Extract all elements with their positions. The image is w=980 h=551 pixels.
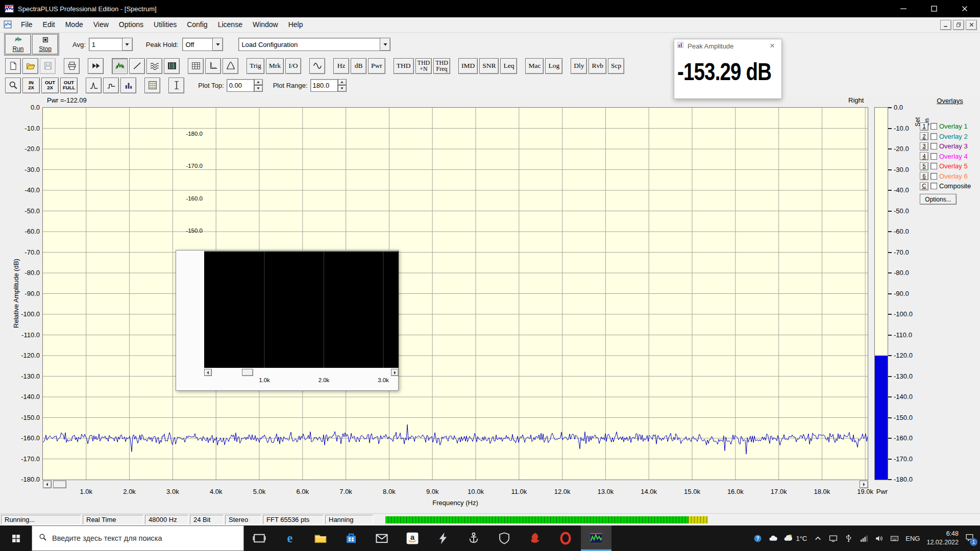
menu-item-file[interactable]: File xyxy=(16,17,38,32)
overlay-set-button-4[interactable]: 4 xyxy=(920,152,928,160)
toolbar-button-data-table[interactable] xyxy=(188,58,204,74)
taskbar-search[interactable] xyxy=(32,525,244,551)
taskbar-app-mail[interactable] xyxy=(366,525,397,551)
overlay-set-button-6[interactable]: 6 xyxy=(920,172,928,180)
overlay-set-button-c[interactable]: C xyxy=(920,182,928,190)
toolbar-button-mrk[interactable]: Mrk xyxy=(266,58,284,74)
plot-range-up-button[interactable] xyxy=(338,79,347,86)
stop-button[interactable]: Stop xyxy=(32,34,58,55)
load-configuration-dropdown[interactable]: Load Configuration xyxy=(238,38,390,51)
mdi-restore-button[interactable] xyxy=(953,20,964,30)
toolbar-button-dly[interactable]: Dly xyxy=(571,58,587,74)
zoom-button-bar-plot[interactable] xyxy=(120,78,136,93)
plot-range-value[interactable]: 180.0 xyxy=(310,79,338,92)
zoom-button-zoom-out-2x[interactable]: OUT2X xyxy=(41,78,59,93)
overlay-set-button-2[interactable]: 2 xyxy=(920,132,928,140)
zoom-button-peak-curve[interactable] xyxy=(86,78,102,93)
menu-item-utilities[interactable]: Utilities xyxy=(149,17,182,32)
taskbar-app-dragon[interactable] xyxy=(520,525,550,551)
toolbar-button-snr[interactable]: SNR xyxy=(479,58,499,74)
weather-widget[interactable]: 1°C xyxy=(784,533,807,544)
scroll-left-button[interactable] xyxy=(43,481,52,488)
inset-scroll-left-button[interactable] xyxy=(204,369,212,376)
mdi-minimize-button[interactable] xyxy=(940,20,951,30)
zoom-button-grid-options[interactable] xyxy=(144,78,160,93)
start-button[interactable] xyxy=(0,525,32,551)
spectrum-plot[interactable] xyxy=(42,107,868,480)
toolbar-button-spectrum-view[interactable] xyxy=(112,58,128,74)
taskbar-app-amazon[interactable]: a xyxy=(397,525,428,551)
taskbar-app-tanks[interactable] xyxy=(489,525,520,551)
toolbar-button-thd[interactable]: THD xyxy=(394,58,414,74)
usb-icon[interactable] xyxy=(844,534,853,543)
toolbar-button-print[interactable] xyxy=(64,58,80,74)
document-icon[interactable] xyxy=(4,20,13,30)
plot-top-input[interactable]: 0.00 xyxy=(227,79,263,92)
toolbar-button-io[interactable]: I/O xyxy=(285,58,301,74)
taskbar-app-task-view[interactable] xyxy=(244,525,275,551)
taskbar-app-store[interactable] xyxy=(336,525,366,551)
close-icon[interactable]: × xyxy=(766,40,778,52)
touch-keyboard-icon[interactable] xyxy=(890,534,899,543)
toolbar-button-open-file[interactable] xyxy=(22,58,38,74)
taskbar-app-file-explorer[interactable] xyxy=(305,525,336,551)
maximize-button[interactable] xyxy=(919,0,949,17)
taskbar-app-opera[interactable] xyxy=(550,525,581,551)
overlay-checkbox-6[interactable] xyxy=(930,173,937,180)
menu-item-config[interactable]: Config xyxy=(182,17,212,32)
menu-item-license[interactable]: License xyxy=(213,17,248,32)
plot-range-input[interactable]: 180.0 xyxy=(310,79,347,92)
titlebar[interactable]: SpectraPLUS Professional Edition - [Spec… xyxy=(0,0,980,17)
chevron-down-icon[interactable] xyxy=(380,38,390,51)
toolbar-button-mac[interactable]: Mac xyxy=(525,58,544,74)
toolbar-button-phase-view[interactable] xyxy=(129,58,145,74)
menu-item-help[interactable]: Help xyxy=(283,17,308,32)
menu-item-view[interactable]: View xyxy=(88,17,114,32)
toolbar-button-axis-scale[interactable] xyxy=(205,58,221,74)
toolbar-button-scp[interactable]: Scp xyxy=(608,58,624,74)
toolbar-button-thd-freq[interactable]: THDFreq xyxy=(433,58,450,74)
search-input[interactable] xyxy=(52,534,226,542)
close-button[interactable] xyxy=(949,0,980,17)
toolbar-button-hz[interactable]: Hz xyxy=(333,58,349,74)
taskbar-app-spectraplus[interactable] xyxy=(581,525,611,551)
menu-item-window[interactable]: Window xyxy=(248,17,283,32)
overlay-checkbox-4[interactable] xyxy=(930,153,937,160)
menu-item-mode[interactable]: Mode xyxy=(60,17,88,32)
toolbar-button-calibration[interactable] xyxy=(223,58,238,74)
taskbar-app-edge[interactable]: e xyxy=(275,525,305,551)
menu-item-edit[interactable]: Edit xyxy=(38,17,60,32)
zoom-button-zoom[interactable] xyxy=(5,78,21,93)
taskbar-app-lightning[interactable] xyxy=(428,525,458,551)
help-icon[interactable]: ? xyxy=(753,534,762,543)
chevron-up-icon[interactable] xyxy=(814,534,822,543)
plot-range-down-button[interactable] xyxy=(338,85,347,92)
overlay-set-button-3[interactable]: 3 xyxy=(920,142,928,151)
taskbar-app-warships[interactable] xyxy=(458,525,489,551)
toolbar-button-fast-forward[interactable] xyxy=(88,58,104,74)
toolbar-button-waterfall-view[interactable] xyxy=(146,58,162,74)
overlay-checkbox-1[interactable] xyxy=(930,123,937,130)
monitor-icon[interactable] xyxy=(829,534,838,543)
zoom-button-marker-ruler[interactable] xyxy=(168,78,184,93)
mdi-close-button[interactable] xyxy=(966,20,977,30)
scrollbar-thumb[interactable] xyxy=(53,481,66,488)
inset-scrollbar-thumb[interactable] xyxy=(242,369,253,376)
overlay-checkbox-5[interactable] xyxy=(930,163,937,169)
overlay-checkbox-c[interactable] xyxy=(930,183,937,189)
language-indicator[interactable]: ENG xyxy=(905,535,920,542)
peak-amplitude-window[interactable]: Peak Amplitude × -153.29 dB xyxy=(674,39,782,99)
overlay-checkbox-3[interactable] xyxy=(930,143,937,149)
plot-top-down-button[interactable] xyxy=(254,85,263,92)
clock[interactable]: 6:48 12.02.2022 xyxy=(926,530,959,547)
inset-spectrum-plot[interactable] xyxy=(204,251,399,368)
zoom-button-zoom-in-2x[interactable]: IN2X xyxy=(22,78,40,93)
toolbar-button-sine-generator[interactable] xyxy=(309,58,325,74)
toolbar-button-log[interactable]: Log xyxy=(545,58,562,74)
zoom-button-step-plot[interactable] xyxy=(103,78,119,93)
peak-window-titlebar[interactable]: Peak Amplitude × xyxy=(674,39,781,53)
menu-item-options[interactable]: Options xyxy=(114,17,149,32)
chevron-down-icon[interactable] xyxy=(122,38,133,51)
toolbar-button-imd[interactable]: IMD xyxy=(458,58,478,74)
inset-spectrum-window[interactable]: -150.0-160.0-170.0-180.0 1.0k2.0k3.0k xyxy=(176,250,399,391)
